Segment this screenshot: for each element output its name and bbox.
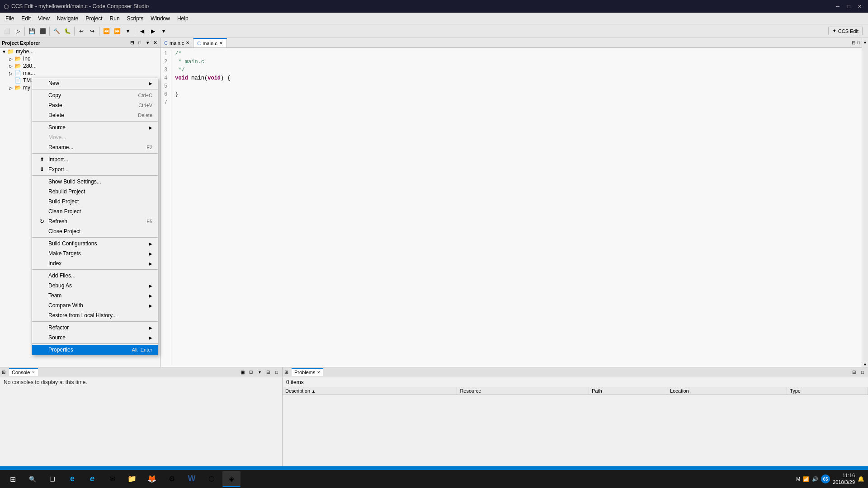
ctx-import[interactable]: ⬆ Import... xyxy=(32,155,158,164)
menu-view[interactable]: View xyxy=(34,13,53,24)
problems-minimize-icon[interactable]: ⊟ xyxy=(850,369,858,376)
taskbar-settings[interactable]: ⚙ xyxy=(163,471,181,487)
taskbar-edge[interactable]: e xyxy=(63,471,81,487)
taskbar-ie[interactable]: e xyxy=(83,471,101,487)
tree-item-ma[interactable]: ▷ 📄 ma... xyxy=(0,70,160,77)
console-minimize-icon[interactable]: ⊟ xyxy=(264,369,272,376)
ccs-edit-button[interactable]: ✦ CCS Edit xyxy=(828,27,863,35)
panel-maximize-icon[interactable]: □ xyxy=(137,40,143,46)
menu-scripts[interactable]: Scripts xyxy=(123,13,147,24)
taskbar-notification[interactable]: 65 xyxy=(821,474,830,483)
menu-edit[interactable]: Edit xyxy=(18,13,34,24)
console-clear-icon[interactable]: ▣ xyxy=(239,369,246,376)
panel-dropdown-icon[interactable]: ▾ xyxy=(144,40,151,46)
editor-panel-minimize[interactable]: ⊟ xyxy=(852,40,855,45)
toolbar-btn9[interactable]: ⏪ xyxy=(101,26,111,36)
taskbar-ccs[interactable]: ◈ xyxy=(222,471,241,487)
ctx-show-build-settings[interactable]: Show Build Settings... xyxy=(32,177,158,187)
toolbar-next[interactable]: ▶ xyxy=(148,26,158,36)
taskbar-hex[interactable]: ⬡ xyxy=(203,471,221,487)
menu-help[interactable]: Help xyxy=(174,13,192,24)
menu-window[interactable]: Window xyxy=(147,13,174,24)
right-mini-scroll-down[interactable]: ▼ xyxy=(863,362,867,367)
toolbar-save[interactable]: 💾 xyxy=(27,26,37,36)
editor-tab-1[interactable]: C main.c ✕ xyxy=(193,38,226,47)
ctx-rename[interactable]: Rename... F2 xyxy=(32,142,158,152)
ctx-team[interactable]: Team ▶ xyxy=(32,291,158,300)
tree-item-inc[interactable]: ▷ 📂 Inc xyxy=(0,55,160,62)
toolbar-dropdown[interactable]: ▾ xyxy=(123,26,133,36)
editor-tab-0[interactable]: C main.c ✕ xyxy=(160,38,193,47)
toolbar-redo[interactable]: ↪ xyxy=(87,26,97,36)
tab-close-0[interactable]: ✕ xyxy=(186,40,189,45)
menu-run[interactable]: Run xyxy=(106,13,123,24)
clock[interactable]: 11:16 2018/3/29 xyxy=(833,472,855,486)
toolbar-btn2[interactable]: ▷ xyxy=(13,26,23,36)
col-description[interactable]: Description ▲ xyxy=(283,387,457,395)
ctx-build-configs[interactable]: Build Configurations ▶ xyxy=(32,239,158,249)
ctx-add-files[interactable]: Add Files... xyxy=(32,271,158,281)
problems-maximize-icon[interactable]: □ xyxy=(859,369,866,376)
ctx-new[interactable]: New ▶ xyxy=(32,78,158,88)
ctx-index[interactable]: Index ▶ xyxy=(32,258,158,268)
minimize-button[interactable]: ─ xyxy=(833,2,843,10)
ctx-debug-as[interactable]: Debug As ▶ xyxy=(32,281,158,291)
ctx-compare-with[interactable]: Compare With ▶ xyxy=(32,300,158,310)
ctx-clean-project[interactable]: Clean Project xyxy=(32,206,158,216)
menu-navigate[interactable]: Navigate xyxy=(53,13,82,24)
ctx-restore-history[interactable]: Restore from Local History... xyxy=(32,310,158,320)
ctx-refresh[interactable]: ↻ Refresh F5 xyxy=(32,216,158,226)
console-dropdown-icon[interactable]: ▾ xyxy=(256,369,263,376)
col-path[interactable]: Path xyxy=(589,387,667,395)
start-button[interactable]: ⊞ xyxy=(4,471,22,487)
search-button[interactable]: 🔍 xyxy=(24,471,42,487)
taskbar-firefox[interactable]: 🦊 xyxy=(143,471,161,487)
tree-item-myhelloworld[interactable]: ▼ 📁 myhe... xyxy=(0,48,160,55)
ctx-paste[interactable]: Paste Ctrl+V xyxy=(32,100,158,110)
toolbar-prev[interactable]: ◀ xyxy=(137,26,147,36)
problems-tab[interactable]: Problems ✕ xyxy=(292,368,323,376)
toolbar-build[interactable]: 🔨 xyxy=(52,26,61,36)
ctx-export[interactable]: ⬇ Export... xyxy=(32,164,158,174)
ctx-close-project[interactable]: Close Project xyxy=(32,226,158,236)
panel-minimize-icon[interactable]: ⊟ xyxy=(129,40,135,46)
toolbar-btn10[interactable]: ⏩ xyxy=(112,26,122,36)
maximize-button[interactable]: □ xyxy=(844,2,854,10)
ctx-source-2[interactable]: Source ▶ xyxy=(32,333,158,343)
taskbar-word[interactable]: W xyxy=(183,471,201,487)
ctx-rebuild-project[interactable]: Rebuild Project xyxy=(32,187,158,197)
col-type[interactable]: Type xyxy=(787,387,868,395)
ctx-refactor[interactable]: Refactor ▶ xyxy=(32,323,158,333)
right-mini-scroll-up[interactable]: ▲ xyxy=(863,40,867,44)
taskbar-file-explorer[interactable]: 📁 xyxy=(123,471,141,487)
col-resource[interactable]: Resource xyxy=(457,387,589,395)
menu-project[interactable]: Project xyxy=(82,13,106,24)
notification-area-button[interactable]: 🔔 xyxy=(858,476,864,482)
tree-item-280[interactable]: ▷ 📂 280... xyxy=(0,62,160,70)
menu-file[interactable]: File xyxy=(2,13,18,24)
ctx-delete[interactable]: Delete Delete xyxy=(32,110,158,120)
problems-close-icon[interactable]: ✕ xyxy=(317,370,321,375)
ctx-properties[interactable]: Properties Alt+Enter xyxy=(32,345,158,355)
col-location[interactable]: Location xyxy=(667,387,787,395)
tab-close-1[interactable]: ✕ xyxy=(219,41,223,46)
new-button[interactable]: ⬜ xyxy=(2,26,12,36)
taskbar-mail[interactable]: ✉ xyxy=(103,471,121,487)
toolbar-dropdown2[interactable]: ▾ xyxy=(159,26,169,36)
ctx-build-project[interactable]: Build Project xyxy=(32,197,158,206)
ctx-make-targets[interactable]: Make Targets ▶ xyxy=(32,249,158,258)
console-scroll-lock-icon[interactable]: ⊡ xyxy=(247,369,255,376)
ctx-source-1[interactable]: Source ▶ xyxy=(32,122,158,132)
toolbar-undo[interactable]: ↩ xyxy=(76,26,86,36)
panel-close-icon[interactable]: ✕ xyxy=(152,40,158,46)
project-folder-icon: 📁 xyxy=(7,48,14,55)
console-maximize-icon[interactable]: □ xyxy=(273,369,280,376)
console-tab[interactable]: Console ✕ xyxy=(9,368,38,376)
task-view-button[interactable]: ❏ xyxy=(43,471,61,487)
toolbar-btn4[interactable]: ⬛ xyxy=(38,26,47,36)
editor-panel-maximize[interactable]: □ xyxy=(857,40,860,45)
toolbar-debug[interactable]: 🐛 xyxy=(62,26,72,36)
code-editor[interactable]: /* * main.c */ void main(void) { } xyxy=(171,50,230,365)
close-button[interactable]: ✕ xyxy=(854,2,864,10)
ctx-copy[interactable]: Copy Ctrl+C xyxy=(32,90,158,100)
